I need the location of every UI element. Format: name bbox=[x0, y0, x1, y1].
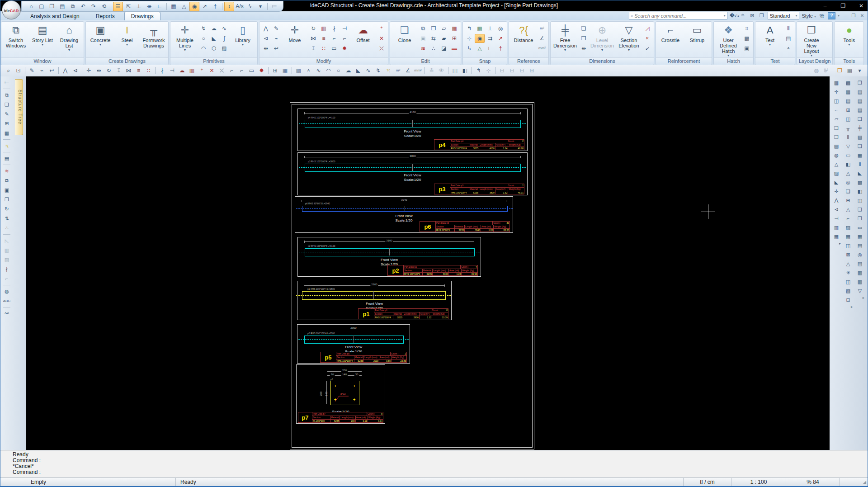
toolbar-expander-icon[interactable]: ▸ bbox=[844, 305, 853, 309]
cad-tool-icon[interactable]: ❐ bbox=[855, 214, 864, 223]
undo-icon[interactable]: ↶ bbox=[78, 2, 88, 11]
zoom-box-icon[interactable]: ⊡ bbox=[14, 66, 23, 75]
cad-tool-icon[interactable]: ◫ bbox=[844, 278, 853, 286]
cad-tool-icon[interactable]: ▦ bbox=[855, 278, 864, 286]
stirrup-button[interactable]: ▭Stirrup bbox=[684, 23, 710, 57]
bend-icon[interactable]: ⊲ bbox=[261, 34, 271, 43]
pointer-snap-icon[interactable]: ↳ bbox=[464, 44, 474, 53]
ortho-icon[interactable]: ∟ bbox=[155, 2, 165, 11]
note2-icon[interactable]: ↩ bbox=[47, 66, 57, 75]
standard-combo[interactable]: Standard ▾ bbox=[768, 12, 800, 19]
edit-swap-icon[interactable]: ✎ bbox=[2, 110, 11, 118]
dim-page2-icon[interactable]: ❐ bbox=[579, 34, 589, 43]
taper-icon[interactable]: ⋀ bbox=[261, 24, 271, 33]
grid-copy-icon[interactable]: ▦ bbox=[449, 24, 459, 33]
new-file-icon[interactable]: ▢ bbox=[37, 2, 47, 11]
label-dim-icon[interactable]: ↙ bbox=[642, 44, 652, 53]
stretch-icon[interactable]: ⇹ bbox=[144, 2, 154, 11]
circle-icon[interactable]: ○ bbox=[198, 34, 208, 43]
copy2-icon[interactable]: ⧉ bbox=[2, 176, 11, 185]
multiple-lines-button[interactable]: ✛Multiple Lines▾ bbox=[172, 23, 198, 57]
cad-tool-icon[interactable]: ❏ bbox=[855, 205, 864, 214]
crosstie-button[interactable]: ⌐Crosstie bbox=[657, 23, 684, 57]
solid-hatch-icon[interactable]: ▩ bbox=[742, 34, 752, 43]
cad-tool-icon[interactable]: ◫ bbox=[844, 241, 853, 250]
intersect-icon[interactable]: ✕ bbox=[377, 34, 387, 43]
rotate2-icon[interactable]: ↻ bbox=[104, 66, 113, 75]
search-input[interactable] bbox=[633, 13, 724, 19]
cad-tool-icon[interactable]: ▩ bbox=[844, 79, 853, 87]
formwork-drawings-button[interactable]: ╥Formwork Drawings bbox=[141, 23, 167, 57]
radius-dim-icon[interactable]: R bbox=[642, 34, 652, 43]
rotate-icon[interactable]: ↻ bbox=[308, 24, 318, 33]
status-zoom[interactable]: % 84 bbox=[786, 478, 840, 486]
drop-icon[interactable]: ↧ bbox=[308, 44, 318, 53]
clone-add-icon[interactable]: ⊞ bbox=[2, 119, 11, 128]
intersect2-icon[interactable]: ✕ bbox=[207, 66, 217, 75]
array-icon[interactable]: ∷ bbox=[319, 44, 329, 53]
rotate-clone-icon[interactable]: ↻ bbox=[2, 205, 11, 213]
status-unit[interactable]: tf / cm bbox=[684, 478, 731, 486]
chamfer-icon[interactable]: ⌐ bbox=[340, 34, 349, 43]
grid-snap2-icon[interactable]: ▦ bbox=[475, 24, 485, 33]
chamfer2-icon[interactable]: ⌐ bbox=[237, 66, 246, 75]
structure-tree-tab[interactable]: Structure Tree bbox=[15, 79, 23, 135]
tab-reports[interactable]: Reports bbox=[89, 12, 122, 20]
array2-icon[interactable]: ∷ bbox=[144, 66, 153, 75]
command-panel[interactable]: Ready Command : *Cancel* Command : bbox=[0, 450, 868, 480]
nearest-snap-icon[interactable]: ↗ bbox=[200, 2, 210, 11]
copy-icon[interactable]: ⧉ bbox=[418, 24, 428, 33]
cad-tool-icon[interactable]: ▽ bbox=[855, 287, 864, 295]
help-dropdown-icon[interactable]: ▾ bbox=[838, 14, 840, 18]
drawing-frame-p5[interactable]: 2000p5 RHS 100*100*4 L=2000Front ViewSca… bbox=[297, 324, 410, 364]
chain-dim-icon[interactable]: ⇹ bbox=[579, 44, 589, 53]
cad-tool-icon[interactable]: ▦ bbox=[855, 151, 864, 160]
dot-group-icon[interactable]: ∴ bbox=[2, 224, 11, 232]
explode2-icon[interactable]: ✸ bbox=[257, 66, 266, 75]
checkbox-icon[interactable]: ⊠ bbox=[749, 13, 756, 19]
fillet2-icon[interactable]: ⌐ bbox=[227, 66, 236, 75]
qat-customize-icon[interactable]: ≔ bbox=[269, 2, 279, 11]
layer-list-icon[interactable]: �ث bbox=[730, 13, 737, 19]
break2-icon[interactable]: ⁺ bbox=[197, 66, 207, 75]
move2-icon[interactable]: ✛ bbox=[84, 66, 94, 75]
cross-delete-icon[interactable]: ⤬ bbox=[377, 44, 387, 53]
level-a-icon[interactable]: ≛ bbox=[427, 66, 436, 75]
cad-tool-icon[interactable]: ⊠ bbox=[844, 251, 853, 259]
note-icon[interactable]: ↩ bbox=[271, 44, 281, 53]
angle-dim-icon[interactable]: ◿ bbox=[642, 24, 652, 33]
trim2-icon[interactable]: ∤ bbox=[157, 66, 167, 75]
steel-button[interactable]: ISteel▾ bbox=[114, 23, 140, 57]
cad-tool-icon[interactable]: △ bbox=[832, 160, 841, 169]
text2-icon[interactable]: A bbox=[304, 66, 313, 75]
wave2-icon[interactable]: ∿ bbox=[363, 66, 373, 75]
cad-tool-icon[interactable]: Ⅱ bbox=[844, 133, 853, 142]
cad-tool-icon[interactable]: ◧ bbox=[844, 160, 853, 169]
move-button[interactable]: ✛Move bbox=[282, 23, 308, 57]
cad-tool-icon[interactable]: ❏ bbox=[855, 142, 864, 151]
quick-run-icon[interactable]: ϟ bbox=[245, 2, 255, 11]
toolbar-expander-icon[interactable]: ▸ bbox=[832, 241, 841, 246]
doc-restore-button[interactable]: ❐ bbox=[850, 13, 857, 18]
cad-tool-icon[interactable]: ⊟ bbox=[844, 196, 853, 205]
cloud-icon[interactable]: ☁ bbox=[209, 24, 219, 33]
home-icon[interactable]: ⌂ bbox=[26, 2, 36, 11]
scale-text-icon[interactable]: A/s bbox=[235, 2, 245, 11]
create-new-layout-button[interactable]: ❐Create New Layout▾ bbox=[798, 23, 825, 57]
cad-tool-icon[interactable]: ✳ bbox=[844, 269, 853, 277]
cad-tool-icon[interactable]: ⊣ bbox=[832, 214, 841, 223]
copy-props-icon[interactable]: ▱ bbox=[439, 24, 449, 33]
cad-tool-icon[interactable]: ◎ bbox=[855, 251, 864, 259]
arc2-icon[interactable]: ◠ bbox=[324, 66, 333, 75]
axes-icon[interactable]: ⊹ bbox=[464, 34, 474, 43]
zoom-ext1-icon[interactable]: ⊟ bbox=[497, 66, 507, 75]
align2-icon[interactable]: ≡ bbox=[134, 66, 143, 75]
paste-ref-icon[interactable]: ❐ bbox=[429, 24, 439, 33]
cad-tool-icon[interactable]: ◫ bbox=[832, 97, 841, 105]
paste2-icon[interactable]: ▣ bbox=[2, 186, 11, 194]
break-icon[interactable]: ⁺ bbox=[377, 24, 387, 33]
command-search-box[interactable]: ⌕ ▾ bbox=[629, 12, 727, 19]
paste-clone-icon[interactable]: ❐ bbox=[2, 195, 11, 204]
area-m2-icon[interactable]: m² bbox=[537, 24, 547, 33]
triangle2-icon[interactable]: ◣ bbox=[354, 66, 363, 75]
